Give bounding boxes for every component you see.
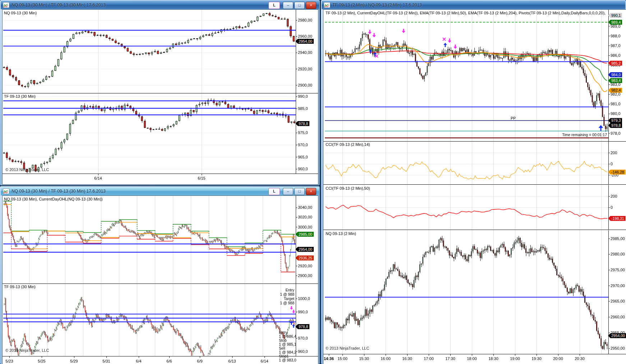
close-button[interactable]: × [306, 2, 316, 9]
window-title: NQ 09-13 (30 Min) / TF 09-13 (30 Min) 17… [11, 189, 106, 194]
window-title: TF 09-13 (2 Min) / NQ 09-13 (2 Min) 17.6… [332, 3, 422, 8]
chart-canvas[interactable] [3, 196, 318, 364]
window-bottom-left: NQ 09-13 (30 Min) / TF 09-13 (30 Min) 17… [0, 186, 320, 364]
chart-client-area: 989,0988,0987,0986,0985,0983,0982,0981,0… [323, 9, 626, 364]
titlebar[interactable]: TF 09-13 (2 Min) / NQ 09-13 (2 Min) 17.6… [322, 1, 625, 9]
chart-app-icon [324, 2, 330, 8]
window-title: NQ 09-13 (30 Min) / TF 09-13 (30 Min) 17… [11, 3, 106, 8]
chart-app-icon [3, 188, 9, 194]
minimize-button[interactable]: – [283, 2, 293, 9]
maximize-button[interactable]: □ [294, 188, 305, 195]
chart-client-area: 3040,003020,003000,002920,002900,002985,… [2, 195, 318, 364]
desktop: NQ 09-13 (30 Min) / TF 09-13 (30 Min) 17… [0, 0, 626, 364]
maximize-button[interactable]: □ [294, 2, 305, 9]
link-bars-button[interactable]: L [268, 188, 280, 195]
window-top-left: NQ 09-13 (30 Min) / TF 09-13 (30 Min) 17… [0, 0, 320, 185]
titlebar[interactable]: NQ 09-13 (30 Min) / TF 09-13 (30 Min) 17… [1, 1, 319, 9]
link-bars-button[interactable]: L [268, 2, 280, 9]
chart-canvas[interactable] [3, 10, 318, 184]
titlebar[interactable]: NQ 09-13 (30 Min) / TF 09-13 (30 Min) 17… [1, 187, 319, 195]
chart-canvas[interactable] [323, 10, 626, 364]
chart-app-icon [3, 2, 9, 8]
minimize-button[interactable]: – [283, 188, 293, 195]
close-button[interactable]: × [306, 188, 316, 195]
window-right: TF 09-13 (2 Min) / NQ 09-13 (2 Min) 17.6… [321, 0, 626, 364]
chart-client-area: 2980,002960,002940,002920,002900,002954,… [2, 9, 318, 185]
